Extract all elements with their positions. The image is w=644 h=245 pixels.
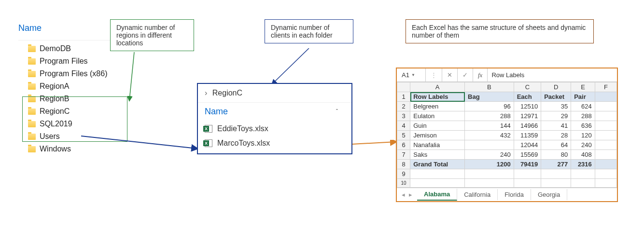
cell[interactable] xyxy=(514,179,541,188)
cell[interactable]: 408 xyxy=(571,150,595,160)
cell[interactable] xyxy=(595,160,616,169)
cell[interactable] xyxy=(595,140,616,150)
select-all-corner[interactable] xyxy=(397,82,410,92)
cell[interactable]: 240 xyxy=(571,140,595,150)
file-item[interactable]: EddieToys.xlsx xyxy=(198,122,351,136)
cell[interactable] xyxy=(541,169,571,179)
col-header[interactable]: F xyxy=(595,82,616,92)
cell[interactable] xyxy=(514,169,541,179)
cell[interactable]: Saks xyxy=(410,150,465,160)
cell[interactable]: 14966 xyxy=(514,121,541,131)
sheet-tab[interactable]: Georgia xyxy=(531,189,567,200)
cell[interactable]: 64 xyxy=(541,140,571,150)
breadcrumb[interactable]: › RegionC xyxy=(198,84,351,102)
cell[interactable]: Each xyxy=(514,92,541,102)
row-header[interactable]: 2 xyxy=(397,102,410,111)
cell[interactable]: 144 xyxy=(465,121,514,131)
cancel-icon[interactable]: ✕ xyxy=(442,68,458,82)
sheet-tab[interactable]: Alabama xyxy=(417,189,457,201)
cell[interactable] xyxy=(595,92,616,102)
cell[interactable]: 15569 xyxy=(514,150,541,160)
cell[interactable]: 79419 xyxy=(514,160,541,169)
row-header[interactable]: 3 xyxy=(397,111,410,121)
cell[interactable] xyxy=(595,102,616,111)
folder-item[interactable]: Users xyxy=(18,130,182,143)
cell[interactable]: 624 xyxy=(571,102,595,111)
col-header[interactable]: B xyxy=(465,82,514,92)
folder-item[interactable]: Program Files (x86) xyxy=(18,68,182,80)
col-header[interactable]: D xyxy=(541,82,571,92)
sheet-nav[interactable]: ◂▸ xyxy=(397,191,417,198)
cell[interactable] xyxy=(595,150,616,160)
row-header[interactable]: 10 xyxy=(397,179,410,188)
cell[interactable]: 96 xyxy=(465,102,514,111)
cell[interactable]: Nanafalia xyxy=(410,140,465,150)
col-header[interactable]: A xyxy=(410,82,465,92)
cell[interactable]: 288 xyxy=(465,111,514,121)
sheet-tab[interactable]: Florida xyxy=(498,189,531,200)
cell[interactable]: 29 xyxy=(541,111,571,121)
folder-item[interactable]: Windows xyxy=(18,143,182,155)
fx-icon[interactable]: fx xyxy=(473,68,488,82)
col-header[interactable]: E xyxy=(571,82,595,92)
cell[interactable] xyxy=(571,169,595,179)
cell[interactable] xyxy=(410,179,465,188)
cell[interactable] xyxy=(595,131,616,140)
cell[interactable]: 432 xyxy=(465,131,514,140)
cell[interactable]: 120 xyxy=(571,131,595,140)
cell[interactable]: 1200 xyxy=(465,160,514,169)
row-header[interactable]: 7 xyxy=(397,150,410,160)
cell[interactable]: 12044 xyxy=(514,140,541,150)
cell[interactable] xyxy=(465,169,514,179)
folder-item[interactable]: RegionC xyxy=(18,105,182,118)
folder-item[interactable]: RegionA xyxy=(18,80,182,93)
cell[interactable]: 636 xyxy=(571,121,595,131)
cell[interactable] xyxy=(410,169,465,179)
cell[interactable]: 12510 xyxy=(514,102,541,111)
cell[interactable]: 288 xyxy=(571,111,595,121)
col-header[interactable]: C xyxy=(514,82,541,92)
cell[interactable]: 2316 xyxy=(571,160,595,169)
cell[interactable]: 11359 xyxy=(514,131,541,140)
cell[interactable] xyxy=(541,179,571,188)
cell[interactable]: Guin xyxy=(410,121,465,131)
next-sheet-icon[interactable]: ▸ xyxy=(409,191,412,198)
folder-item[interactable]: RegionB xyxy=(18,93,182,105)
cell[interactable]: 277 xyxy=(541,160,571,169)
cell[interactable] xyxy=(595,111,616,121)
cell[interactable]: Jemison xyxy=(410,131,465,140)
cell[interactable]: Eulaton xyxy=(410,111,465,121)
cell[interactable]: 28 xyxy=(541,131,571,140)
cell[interactable] xyxy=(465,179,514,188)
cell[interactable]: 12971 xyxy=(514,111,541,121)
cell[interactable]: Row Labels xyxy=(410,92,465,102)
cell[interactable] xyxy=(595,169,616,179)
formula-bar-value[interactable]: Row Labels xyxy=(488,71,617,79)
enter-icon[interactable]: ✓ xyxy=(458,68,473,82)
spreadsheet-grid[interactable]: A B C D E F 1 Row Labels Bag Each Packet… xyxy=(397,82,617,188)
name-box-dropdown-icon[interactable]: ▼ xyxy=(411,73,415,77)
cell[interactable]: Pair xyxy=(571,92,595,102)
cell[interactable]: 80 xyxy=(541,150,571,160)
cell[interactable]: 240 xyxy=(465,150,514,160)
cell[interactable] xyxy=(465,140,514,150)
cell[interactable]: Bag xyxy=(465,92,514,102)
cell[interactable] xyxy=(595,121,616,131)
row-header[interactable]: 5 xyxy=(397,131,410,140)
row-header[interactable]: 6 xyxy=(397,140,410,150)
row-header[interactable]: 4 xyxy=(397,121,410,131)
row-header[interactable]: 1 xyxy=(397,92,410,102)
file-item[interactable]: MarcoToys.xlsx xyxy=(198,136,351,153)
folder-item[interactable]: SQL2019 xyxy=(18,118,182,130)
cell[interactable]: 35 xyxy=(541,102,571,111)
row-header[interactable]: 9 xyxy=(397,169,410,179)
cell[interactable] xyxy=(595,179,616,188)
cell[interactable]: Grand Total xyxy=(410,160,465,169)
prev-sheet-icon[interactable]: ◂ xyxy=(402,191,405,198)
cell[interactable]: 41 xyxy=(541,121,571,131)
name-column-header[interactable]: Name ˆ xyxy=(198,102,351,122)
name-box[interactable]: A1 ▼ xyxy=(397,68,426,82)
cell[interactable]: Belgreen xyxy=(410,102,465,111)
sort-caret-icon[interactable]: ˆ xyxy=(336,109,338,115)
cell[interactable] xyxy=(571,179,595,188)
